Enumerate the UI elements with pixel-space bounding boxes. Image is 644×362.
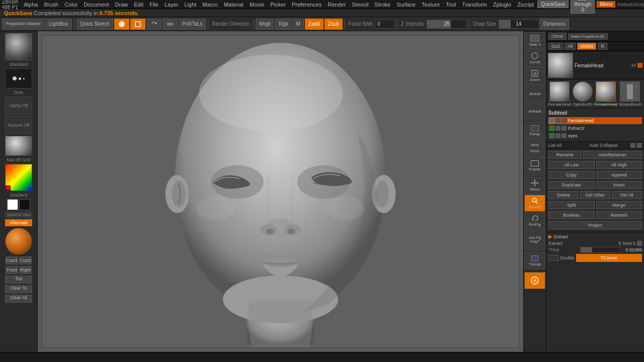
portals-button[interactable]: PoRTaLs [179,19,206,30]
alternate-button[interactable]: Alternate [5,219,32,226]
menu-item-layer[interactable]: Layer [162,2,181,8]
menu-item-alpha[interactable]: Alpha [21,2,40,8]
right-button[interactable]: Right [19,266,32,274]
projection-master-button[interactable]: Projection Master [2,19,44,30]
double-checkbox[interactable] [548,255,558,261]
gradient-picker[interactable] [5,164,32,191]
cust1-button[interactable]: Cust1 [6,256,18,264]
move-brush-button[interactable] [114,19,129,30]
dots-preview[interactable] [5,68,32,88]
white-swatch[interactable] [7,199,18,210]
clear-all-button[interactable]: Clear All [5,295,32,303]
zadd-button[interactable]: Zadd [305,19,324,30]
zsub-button[interactable]: Zsub [325,19,343,30]
subtool-visibility-icon[interactable] [549,118,554,123]
del-other-button[interactable]: Del Other [580,191,610,199]
front-button[interactable]: Front [6,266,18,274]
quicksave-button[interactable]: QuickSave [537,1,569,8]
canvas-area[interactable] [38,31,523,352]
see-through-button[interactable]: See-through 0 [571,0,595,14]
list-arrow[interactable] [630,143,635,148]
quick-sketch-button[interactable]: Quick Sketch [76,19,113,30]
boolean-button[interactable]: Boolean [548,211,595,219]
m-button[interactable]: M [292,19,303,30]
menu-item-zplugin[interactable]: Zplugin [491,2,514,8]
rgb-button[interactable]: Rgb [275,19,291,30]
frame-button[interactable]: Frame [524,157,545,174]
clear-to-button[interactable]: Clear To [5,285,32,293]
split-button[interactable]: Split [548,201,595,209]
zoomd-button[interactable]: ZoomD [524,195,545,212]
zoom-button[interactable]: ⊕ Zoom [524,67,545,84]
femalehead-thumb-1[interactable]: FemaleHead [548,81,571,107]
collapse-arrow[interactable] [637,143,642,148]
switchcolor-button[interactable]: SwitchColor [5,212,32,218]
remesh-button[interactable]: Remesh [596,211,642,219]
extract-arrow[interactable] [637,241,642,246]
menu-item-light[interactable]: Light [182,2,199,8]
material-preview[interactable] [5,136,32,156]
subtool-item-eyes[interactable]: eyes [548,132,642,139]
brush-preview[interactable] [5,33,32,60]
r-button[interactable]: R [598,43,607,50]
rotfig-button[interactable]: RotFig [524,212,545,229]
menu-item-render[interactable]: Render [325,2,348,8]
dynamics-button[interactable]: Dynamics [540,19,569,30]
alpha-off-button[interactable]: Alpha Off [5,97,32,115]
visible-button[interactable]: Visible [577,43,596,50]
thick-slider[interactable] [580,247,620,253]
menu-item-macro[interactable]: Macro [200,2,220,8]
floor-button[interactable]: Floor [524,140,545,157]
menu-button[interactable]: Meno [597,1,615,8]
menu-item-document[interactable]: Document [81,2,111,8]
actual-button[interactable]: Actual [524,85,545,102]
subtool-item-femalehead[interactable]: FemaleHead [548,117,642,124]
mrgb-button[interactable]: Mrgb [256,19,274,30]
subtool-eye-icon-2[interactable] [549,133,554,138]
merge-button[interactable]: Merge [596,201,642,209]
menu-item-picker[interactable]: Picker [268,2,288,8]
menu-item-texture[interactable]: Texture [419,2,442,8]
menu-item-zscript[interactable]: Zscript [515,2,536,8]
all-button[interactable]: All [565,43,576,50]
lightbox-button[interactable]: LightBox [45,19,72,30]
cylinder3d-thumb[interactable]: CylindxrZD [573,81,593,107]
menu-item-stroke[interactable]: Stroke [372,2,393,8]
black-swatch[interactable] [19,199,30,210]
top-button[interactable]: Top [5,276,32,284]
menu-item-draw[interactable]: Draw [113,2,131,8]
draw-button[interactable] [163,19,178,30]
transp-button[interactable]: Transp [524,252,545,269]
menu-item-file[interactable]: File [147,2,161,8]
scroll-button[interactable]: Scroll [524,50,545,67]
del-all-button[interactable]: Del All [612,191,642,199]
subtool-eye-icon[interactable] [549,126,554,131]
project-button[interactable]: Project [548,221,642,229]
focal-shift-input[interactable] [375,20,395,29]
usefig-button[interactable]: Use FigPolyT [524,230,545,250]
z-intensity-slider[interactable]: 25 [427,20,467,29]
menu-item-preferences[interactable]: Preferences [289,2,324,8]
persp-button[interactable]: Persp [524,122,545,139]
scale-brush-button[interactable] [130,19,145,30]
all-high-button[interactable]: All High [596,161,642,169]
menu-item-edit[interactable]: Edit [131,2,146,8]
slab3-button[interactable]: Slab 3 [524,32,545,49]
copy-button[interactable]: Copy [548,171,595,179]
femalehead-thumb-2[interactable]: FemaleHead [594,81,617,107]
simplebrush-thumb[interactable]: SimpleBrush [619,81,641,107]
menu-item-tool[interactable]: Tool [443,2,458,8]
menu-item-stencil[interactable]: Stencil [349,2,371,8]
go2-button[interactable]: Go2 [548,43,563,50]
make-polymesh3d-button[interactable]: Make PolyMesh3D [568,33,608,40]
menu-item-surface[interactable]: Surface [394,2,418,8]
aahalf-button[interactable]: AAHalf [524,103,545,120]
spore-button[interactable] [524,272,545,289]
clone-button[interactable]: Clone [548,33,567,40]
draw-size-slider[interactable]: 14 [499,20,539,29]
menu-item-color[interactable]: Color [62,2,80,8]
rename-button[interactable]: Rename [548,151,582,159]
append-button[interactable]: Append [596,171,642,179]
all-low-button[interactable]: All Low [548,161,595,169]
move-button[interactable]: Move [524,177,545,194]
